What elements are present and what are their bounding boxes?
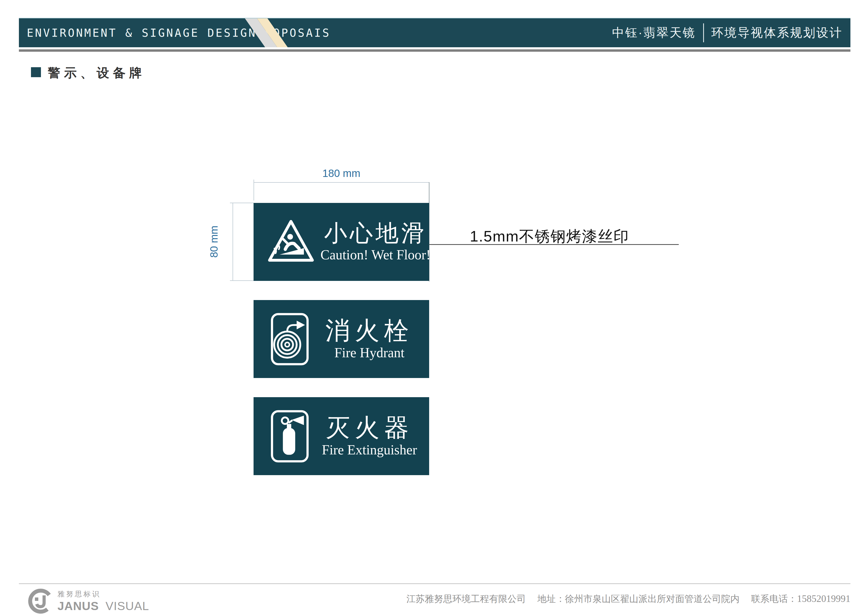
section-title: 警示、设备牌 [48, 65, 146, 81]
header-underline [19, 50, 850, 52]
phone-number: 15852019991 [797, 593, 851, 604]
sign-label-en: Fire Hydrant [335, 345, 405, 360]
project-name: 中钰·翡翠天镜 [612, 25, 696, 41]
sign-fire-hydrant: 消火栓 Fire Hydrant [254, 300, 429, 378]
width-dimension-line [254, 182, 429, 183]
company-address: 地址：徐州市泉山区翟山派出所对面管道公司院内 [538, 593, 739, 605]
sign-text-column: 消火栓 Fire Hydrant [310, 318, 429, 361]
section-title-block: 警示、设备牌 [31, 65, 146, 81]
footer-divider [19, 583, 850, 584]
document-title: 环境导视体系规划设计 [711, 25, 843, 41]
sign-text-column: 灭火器 Fire Extinguisher [310, 415, 429, 458]
logo-text-block: 雅努思标识 JANUS VISUAL [57, 589, 149, 613]
sign-wet-floor: 小心地滑 Caution! Wet Floor! [254, 203, 429, 281]
header-vertical-divider [703, 23, 704, 42]
height-dimension-tick-top [230, 203, 254, 203]
design-proposal-page: ENVIRONMENT & SIGNAGE DESIGNPROPOSAIS 中钰… [0, 0, 868, 614]
sign-label-en: Caution! Wet Floor! [321, 247, 431, 262]
sign-label-zh: 消火栓 [326, 318, 414, 344]
sign-label-zh: 小心地滑 [324, 221, 427, 245]
height-dimension-line [232, 203, 233, 281]
janus-logo-icon [28, 588, 54, 614]
section-bullet-square [31, 67, 41, 77]
logo-en-bold: JANUS [57, 599, 99, 613]
footer-logo: 雅努思标识 JANUS VISUAL [28, 588, 149, 614]
sign-label-en: Fire Extinguisher [322, 442, 417, 457]
logo-en-light: VISUAL [105, 599, 149, 613]
company-name: 江苏雅努思环境工程有限公司 [406, 593, 526, 605]
sign-fire-extinguisher: 灭火器 Fire Extinguisher [254, 397, 429, 475]
sign-label-zh: 灭火器 [326, 415, 414, 441]
width-dimension-ext-left [254, 180, 254, 200]
fire-extinguisher-icon [270, 409, 310, 464]
logo-zh-label: 雅努思标识 [57, 589, 149, 599]
fire-hydrant-icon [270, 312, 310, 366]
height-dimension-label: 80 mm [202, 203, 226, 281]
height-dimension-tick-bottom [230, 281, 254, 281]
sign-text-column: 小心地滑 Caution! Wet Floor! [315, 221, 436, 262]
header-title: ENVIRONMENT & SIGNAGE DESIGNPROPOSAIS [27, 19, 331, 47]
phone-label: 联系电话： [751, 593, 797, 605]
logo-en-label: JANUS VISUAL [57, 599, 149, 613]
footer-company-info: 江苏雅努思环境工程有限公司 地址：徐州市泉山区翟山派出所对面管道公司院内 联系电… [406, 593, 851, 605]
width-dimension-label: 180 mm [254, 167, 429, 179]
header-bar: ENVIRONMENT & SIGNAGE DESIGNPROPOSAIS 中钰… [19, 18, 850, 47]
header-project-block: 中钰·翡翠天镜 环境导视体系规划设计 [612, 19, 843, 47]
material-note: 1.5mm不锈钢烤漆丝印 [470, 226, 629, 247]
wet-floor-warning-icon [267, 214, 315, 270]
